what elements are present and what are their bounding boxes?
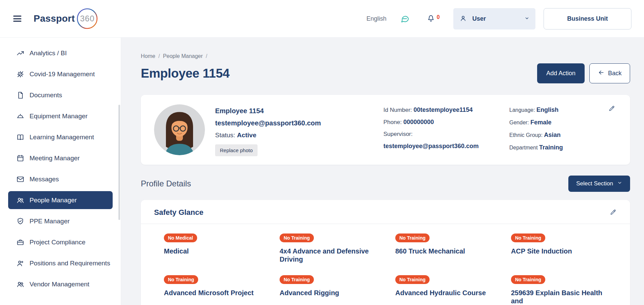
sidebar-item-ppe-manager[interactable]: PPE Manager	[8, 212, 113, 230]
sidebar-item-messages[interactable]: Messages	[8, 170, 113, 188]
phone-value: 000000000	[403, 119, 434, 125]
user-dropdown[interactable]: User	[453, 8, 535, 29]
notification-count-badge: 0	[437, 14, 440, 20]
book-icon	[16, 133, 24, 141]
employee-avatar	[154, 104, 205, 155]
status-badge: No Training	[280, 233, 314, 242]
language-selector[interactable]: English	[366, 15, 386, 22]
employee-status: Status: Active	[215, 131, 321, 139]
sidebar-item-meeting-manager[interactable]: Meeting Manager	[8, 149, 113, 167]
safety-item: No Training 860 Truck Mechanical	[395, 233, 511, 264]
safety-item: No Training 4x4 Advance and Defensive Dr…	[280, 233, 395, 264]
status-badge: No Medical	[164, 233, 197, 242]
edit-employee-pen-icon[interactable]	[608, 105, 615, 113]
chevron-down-icon	[525, 16, 529, 22]
chat-icon[interactable]	[400, 14, 410, 23]
safety-item-name: Advanced Microsoft Project	[164, 289, 266, 297]
sidebar: Analytics / BI Covid-19 Management Docum…	[0, 38, 121, 305]
sidebar-scrollbar[interactable]	[118, 105, 120, 220]
sidebar-item-documents[interactable]: Documents	[8, 86, 113, 104]
safety-item: No Training Advanced Microsoft Project	[164, 275, 280, 305]
safety-item: No Training Advanced Rigging	[280, 275, 395, 305]
hard-hat-icon	[16, 112, 24, 120]
status-badge: No Training	[164, 275, 198, 284]
sidebar-item-label: Equipment Manager	[30, 113, 88, 120]
breadcrumb: Home / People Manager /	[141, 53, 630, 59]
breadcrumb-people-manager[interactable]: People Manager	[163, 53, 203, 59]
employee-email: testemployee@passport360.com	[215, 119, 321, 127]
safety-item: No Medical Medical	[164, 233, 280, 264]
sidebar-item-positions-and-requirements[interactable]: Positions and Requirements	[8, 254, 113, 272]
sidebar-item-analytics-bi[interactable]: Analytics / BI	[8, 44, 113, 62]
sidebar-item-label: Learning Management	[30, 134, 94, 141]
briefcase-icon	[16, 238, 24, 246]
id-number-label: Id Number:	[383, 107, 412, 113]
user-dropdown-label: User	[472, 15, 486, 22]
safety-item-name: Advanced Hydraulic Course	[395, 289, 497, 297]
replace-photo-button[interactable]: Replace photo	[215, 144, 258, 156]
sidebar-item-equipment-manager[interactable]: Equipment Manager	[8, 107, 113, 125]
status-value: Active	[237, 131, 256, 139]
page-title: Employee 1154	[141, 66, 229, 81]
status-badge: No Training	[395, 233, 430, 242]
status-badge: No Training	[280, 275, 314, 284]
safety-item-name: ACP Site Induction	[511, 247, 613, 255]
breadcrumb-separator: /	[206, 53, 207, 59]
add-action-button[interactable]: Add Action	[537, 63, 585, 83]
bell-icon	[427, 14, 435, 24]
safety-glance-card: Safety Glance No Medical Medical No Trai…	[141, 200, 630, 305]
sidebar-item-covid-19-management[interactable]: Covid-19 Management	[8, 65, 113, 83]
sidebar-item-vendor-management[interactable]: Vendor Management	[8, 275, 113, 293]
breadcrumb-home[interactable]: Home	[141, 53, 155, 59]
department-value: Training	[539, 144, 563, 151]
id-number-value: 00testemployee1154	[414, 106, 473, 113]
top-header: Passport 360 English	[0, 0, 644, 38]
brand-name: Passport	[34, 13, 75, 24]
supervisor-label: Supervisor:	[383, 131, 413, 137]
brand-logo: Passport 360	[34, 7, 98, 30]
select-section-dropdown[interactable]: Select Section	[568, 176, 630, 192]
back-arrow-icon	[598, 69, 605, 78]
person-plus-icon	[16, 259, 24, 267]
gender-value: Female	[530, 119, 551, 126]
notifications[interactable]: 0	[427, 14, 440, 24]
safety-item: No Training 259639 Explain Basic Health …	[511, 275, 627, 305]
safety-glance-grid: No Medical Medical No Training 4x4 Advan…	[141, 224, 630, 305]
sidebar-item-label: Positions and Requirements	[30, 260, 110, 267]
main-content: Home / People Manager / Employee 1154 Ad…	[121, 38, 644, 305]
department-label: Department	[509, 145, 538, 150]
ethnic-group-label: Ethnic Group:	[509, 132, 543, 138]
safety-item: No Training Advanced Hydraulic Course	[395, 275, 511, 305]
sidebar-item-project-compliance[interactable]: Project Compliance	[8, 233, 113, 251]
safety-item-name: 4x4 Advance and Defensive Driving	[280, 247, 382, 264]
ethnic-group-value: Asian	[544, 131, 561, 138]
business-unit-button[interactable]: Business Unit	[544, 8, 631, 29]
hamburger-menu-icon[interactable]	[13, 15, 23, 23]
phone-label: Phone:	[383, 119, 402, 125]
sidebar-item-label: Messages	[30, 176, 59, 183]
safety-item-name: Medical	[164, 247, 266, 255]
people-icon	[16, 196, 24, 204]
language-value: English	[536, 106, 558, 113]
edit-safety-glance-pen-icon[interactable]	[610, 209, 617, 217]
safety-glance-title: Safety Glance	[154, 208, 204, 217]
sidebar-item-people-manager[interactable]: People Manager	[8, 191, 113, 209]
safety-item-name: 860 Truck Mechanical	[395, 247, 497, 255]
select-section-label: Select Section	[576, 180, 613, 187]
breadcrumb-separator: /	[158, 53, 160, 59]
status-label: Status:	[215, 131, 235, 139]
status-badge: No Training	[511, 233, 545, 242]
status-badge: No Training	[395, 275, 430, 284]
sidebar-item-label: PPE Manager	[30, 218, 70, 225]
document-icon	[16, 91, 24, 99]
employee-name: Employee 1154	[215, 107, 321, 115]
language-label: Language:	[509, 107, 535, 113]
chevron-down-icon	[617, 180, 622, 187]
calendar-icon	[16, 154, 24, 162]
sidebar-item-learning-management[interactable]: Learning Management	[8, 128, 113, 146]
sidebar-item-label: People Manager	[30, 197, 77, 204]
back-button-label: Back	[608, 70, 622, 77]
back-button[interactable]: Back	[589, 63, 630, 83]
shield-check-icon	[16, 217, 24, 225]
status-badge: No Training	[511, 275, 545, 284]
